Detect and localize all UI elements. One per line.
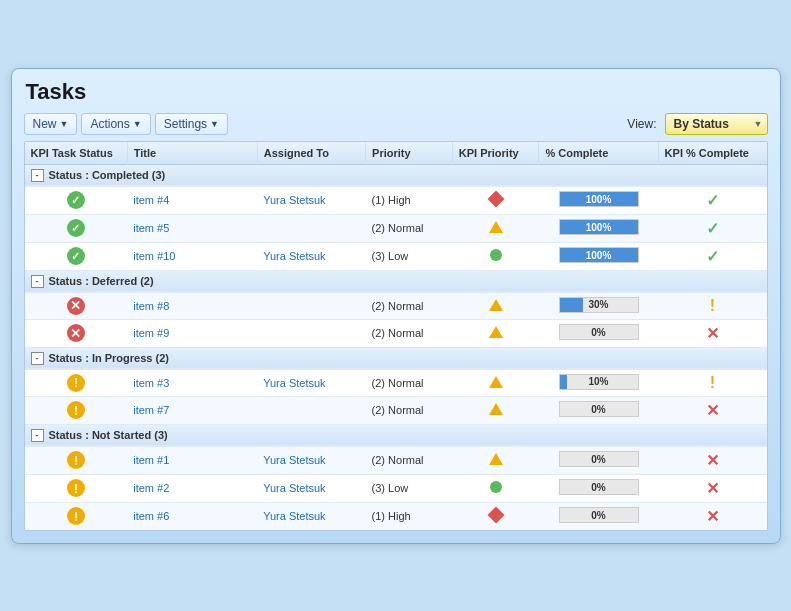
kpi-percent-check-icon: ✓ — [706, 192, 719, 209]
collapse-icon[interactable]: - — [31, 275, 44, 288]
kpi-percent-complete-cell: ✓ — [658, 186, 766, 214]
progress-bar-container: 30% — [559, 297, 639, 313]
group-header-row: - Status : In Progress (2) — [25, 347, 767, 369]
new-button[interactable]: New ▼ — [24, 113, 78, 135]
collapse-icon[interactable]: - — [31, 352, 44, 365]
kpi-priority-triangle-icon — [489, 326, 503, 338]
settings-label: Settings — [164, 117, 207, 131]
kpi-percent-complete-cell: ✕ — [658, 446, 766, 474]
new-label: New — [33, 117, 57, 131]
progress-bar-text: 100% — [560, 248, 638, 262]
kpi-priority-triangle-icon — [489, 221, 503, 233]
kpi-percent-check-icon: ✓ — [706, 248, 719, 265]
kpi-percent-check-icon: ✓ — [706, 220, 719, 237]
tasks-table: KPI Task Status Title Assigned To Priori… — [25, 142, 767, 530]
title-link[interactable]: item #1 — [133, 454, 169, 466]
progress-bar-text: 30% — [560, 298, 638, 312]
priority-cell: (2) Normal — [366, 214, 453, 242]
group-name: Status : Completed (3) — [49, 169, 166, 181]
priority-cell: (1) High — [366, 186, 453, 214]
progress-bar-text: 100% — [560, 220, 638, 234]
table-row: ! item #7 (2) Normal 0% ✕ — [25, 396, 767, 424]
kpi-percent-exclaim-icon: ! — [710, 297, 715, 314]
title-link[interactable]: item #9 — [133, 327, 169, 339]
collapse-icon[interactable]: - — [31, 169, 44, 182]
assigned-to-cell: Yura Stetsuk — [257, 502, 365, 530]
title-cell: item #10 — [127, 242, 257, 270]
progress-bar-container: 100% — [559, 219, 639, 235]
assigned-to-cell — [257, 319, 365, 347]
progress-bar-container: 0% — [559, 451, 639, 467]
table-row: ! item #6 Yura Stetsuk (1) High 0% ✕ — [25, 502, 767, 530]
kpi-task-status-cell: ✕ — [25, 319, 128, 347]
col-kpi-priority: KPI Priority — [452, 142, 539, 165]
toolbar: New ▼ Actions ▼ Settings ▼ View: By Stat… — [24, 113, 768, 135]
assigned-to-value: Yura Stetsuk — [263, 194, 325, 206]
progress-bar-text: 0% — [560, 325, 638, 339]
percent-complete-cell: 0% — [539, 502, 658, 530]
kpi-percent-complete-cell: ✓ — [658, 242, 766, 270]
title-cell: item #7 — [127, 396, 257, 424]
title-link[interactable]: item #3 — [133, 377, 169, 389]
kpi-percent-complete-cell: ✕ — [658, 502, 766, 530]
progress-bar-container: 100% — [559, 247, 639, 263]
progress-bar-container: 0% — [559, 324, 639, 340]
assigned-to-cell: Yura Stetsuk — [257, 446, 365, 474]
kpi-priority-cell — [452, 369, 539, 396]
col-title: Title — [127, 142, 257, 165]
view-select[interactable]: By Status By Priority By Assignee — [665, 113, 768, 135]
title-cell: item #9 — [127, 319, 257, 347]
title-cell: item #6 — [127, 502, 257, 530]
view-select-wrapper: By Status By Priority By Assignee — [665, 113, 768, 135]
col-percent-complete: % Complete — [539, 142, 658, 165]
actions-button[interactable]: Actions ▼ — [81, 113, 150, 135]
title-link[interactable]: item #2 — [133, 482, 169, 494]
title-link[interactable]: item #6 — [133, 510, 169, 522]
table-row: ✕ item #8 (2) Normal 30% ! — [25, 292, 767, 319]
kpi-priority-cell — [452, 242, 539, 270]
settings-button[interactable]: Settings ▼ — [155, 113, 228, 135]
title-link[interactable]: item #4 — [133, 194, 169, 206]
table-row: ✓ item #5 (2) Normal 100% ✓ — [25, 214, 767, 242]
view-label: View: — [627, 117, 656, 131]
title-cell: item #5 — [127, 214, 257, 242]
status-icon-completed: ✓ — [67, 191, 85, 209]
col-kpi-task-status: KPI Task Status — [25, 142, 128, 165]
title-cell: item #4 — [127, 186, 257, 214]
kpi-percent-x-icon: ✕ — [706, 402, 719, 419]
percent-complete-cell: 0% — [539, 319, 658, 347]
table-row: ! item #3 Yura Stetsuk (2) Normal 10% ! — [25, 369, 767, 396]
priority-cell: (2) Normal — [366, 292, 453, 319]
title-link[interactable]: item #8 — [133, 300, 169, 312]
group-header-cell: - Status : Completed (3) — [25, 164, 767, 186]
title-link[interactable]: item #5 — [133, 222, 169, 234]
title-link[interactable]: item #7 — [133, 404, 169, 416]
status-icon-in-progress: ! — [67, 401, 85, 419]
kpi-priority-circle-icon — [490, 249, 502, 261]
progress-bar-container: 0% — [559, 507, 639, 523]
kpi-percent-x-icon: ✕ — [706, 452, 719, 469]
kpi-priority-cell — [452, 474, 539, 502]
tasks-table-container: KPI Task Status Title Assigned To Priori… — [24, 141, 768, 531]
kpi-task-status-cell: ! — [25, 396, 128, 424]
title-link[interactable]: item #10 — [133, 250, 175, 262]
kpi-task-status-cell: ! — [25, 474, 128, 502]
assigned-to-cell: Yura Stetsuk — [257, 186, 365, 214]
kpi-percent-x-icon: ✕ — [706, 508, 719, 525]
kpi-priority-cell — [452, 186, 539, 214]
priority-cell: (2) Normal — [366, 396, 453, 424]
kpi-percent-exclaim-icon: ! — [710, 374, 715, 391]
page-title: Tasks — [24, 79, 768, 105]
assigned-to-value: Yura Stetsuk — [263, 250, 325, 262]
percent-complete-cell: 0% — [539, 474, 658, 502]
priority-cell: (3) Low — [366, 242, 453, 270]
kpi-percent-complete-cell: ✓ — [658, 214, 766, 242]
kpi-priority-triangle-icon — [489, 299, 503, 311]
kpi-priority-triangle-icon — [489, 453, 503, 465]
kpi-priority-cell — [452, 214, 539, 242]
priority-cell: (1) High — [366, 502, 453, 530]
kpi-priority-cell — [452, 292, 539, 319]
kpi-priority-triangle-icon — [489, 376, 503, 388]
table-row: ! item #2 Yura Stetsuk (3) Low 0% ✕ — [25, 474, 767, 502]
collapse-icon[interactable]: - — [31, 429, 44, 442]
